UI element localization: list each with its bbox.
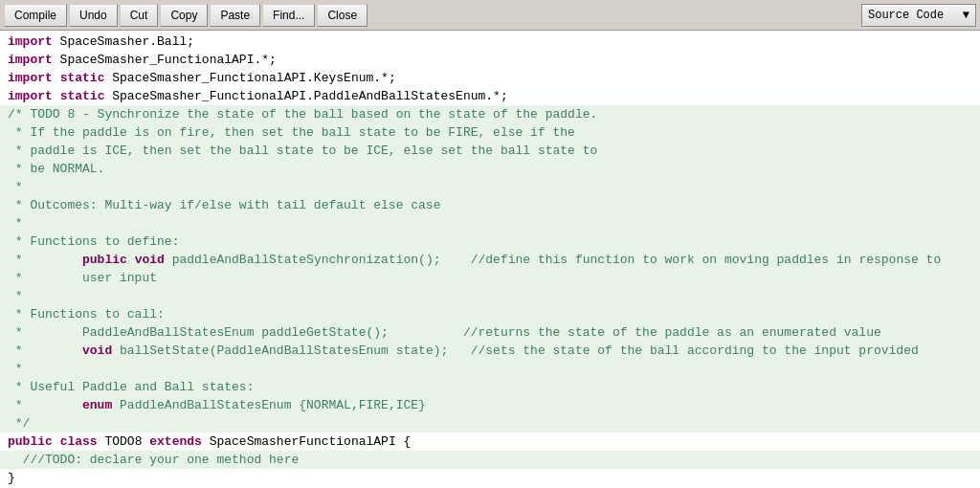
code-line-comment: * Outcomes: Multi-way if/else with tail … <box>0 196 980 214</box>
undo-button[interactable]: Undo <box>69 4 118 27</box>
source-code-label: Source Code <box>868 9 944 22</box>
code-line-comment: * public void paddleAndBallStateSynchron… <box>0 251 980 269</box>
code-line-class: public class TODO8 extends SpaceSmasherF… <box>0 433 980 451</box>
copy-button[interactable]: Copy <box>160 4 208 27</box>
code-line-comment: * <box>0 287 980 305</box>
code-line-comment: * If the paddle is on fire, then set the… <box>0 123 980 142</box>
cut-button[interactable]: Cut <box>120 4 159 27</box>
code-line-comment: * Functions to call: <box>0 305 980 323</box>
dropdown-arrow-icon: ▼ <box>963 9 969 22</box>
code-line: import SpaceSmasher.Ball; <box>0 33 980 51</box>
code-line: import static SpaceSmasher_FunctionalAPI… <box>0 69 980 87</box>
code-line-todo: ///TODO: declare your one method here <box>0 451 980 469</box>
paste-button[interactable]: Paste <box>210 4 260 27</box>
code-line-comment: * user input <box>0 269 980 287</box>
code-line-comment: * enum PaddleAndBallStatesEnum {NORMAL,F… <box>0 396 980 414</box>
code-line-comment: * paddle is ICE, then set the ball state… <box>0 142 980 160</box>
code-line: import static SpaceSmasher_FunctionalAPI… <box>0 87 980 105</box>
find-button[interactable]: Find... <box>262 4 315 27</box>
toolbar: Compile Undo Cut Copy Paste Find... Clos… <box>0 0 980 31</box>
code-line-comment: * void ballSetState(PaddleAndBallStatesE… <box>0 342 980 360</box>
code-content: import SpaceSmasher.Ball;import SpaceSma… <box>0 33 980 487</box>
code-line-comment: */ <box>0 414 980 433</box>
code-line-comment: * PaddleAndBallStatesEnum paddleGetState… <box>0 323 980 342</box>
code-editor[interactable]: import SpaceSmasher.Ball;import SpaceSma… <box>0 31 980 488</box>
code-line-comment: * Useful Paddle and Ball states: <box>0 378 980 396</box>
code-line: import SpaceSmasher_FunctionalAPI.*; <box>0 51 980 69</box>
source-code-dropdown[interactable]: Source Code ▼ <box>861 4 976 27</box>
code-line-comment: * Functions to define: <box>0 233 980 251</box>
code-line-comment: * <box>0 178 980 196</box>
code-line-brace: } <box>0 469 980 487</box>
code-line-comment: * <box>0 214 980 233</box>
code-line-comment: /* TODO 8 - Synchronize the state of the… <box>0 105 980 123</box>
code-line-comment: * <box>0 360 980 378</box>
code-line-comment: * be NORMAL. <box>0 160 980 178</box>
close-button[interactable]: Close <box>317 4 368 27</box>
compile-button[interactable]: Compile <box>4 4 67 27</box>
